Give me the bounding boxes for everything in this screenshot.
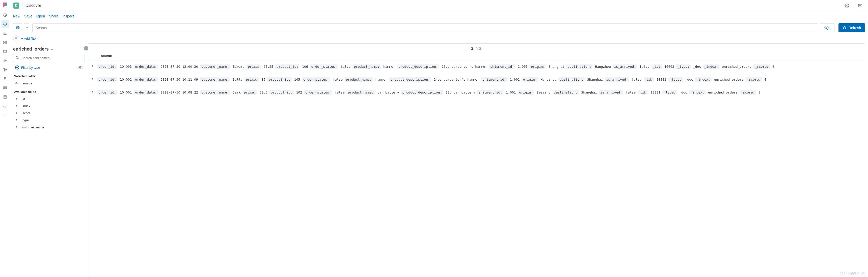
rail-visualize-icon[interactable] — [1, 29, 9, 37]
chevron-down-icon — [50, 48, 54, 51]
filter-type-icon — [15, 65, 19, 70]
available-fields-title: Available fields — [13, 87, 85, 95]
collapse-sidebar-icon[interactable]: ‹ — [84, 46, 88, 51]
app-header: D Discover — [10, 0, 868, 11]
filter-by-type-label: Filter by type — [21, 66, 40, 70]
app-badge: D — [13, 2, 19, 8]
filter-bar: + Add filter — [10, 34, 868, 44]
index-pattern-selector[interactable]: enriched_orders — [13, 44, 85, 54]
newsfeed-icon[interactable] — [855, 0, 865, 10]
field-name: _type — [21, 118, 29, 122]
field-item[interactable]: tcustomer_name — [13, 123, 85, 131]
rail-discover-icon[interactable] — [1, 20, 9, 28]
kibana-logo-icon[interactable] — [2, 2, 8, 8]
field-item[interactable]: #_score — [13, 109, 85, 116]
kql-toggle[interactable]: KQL — [820, 23, 834, 32]
svg-point-21 — [16, 56, 19, 59]
expand-row-icon[interactable] — [92, 89, 95, 94]
field-item[interactable]: t_id — [13, 95, 85, 102]
nav-open[interactable]: Open — [36, 14, 45, 18]
help-icon[interactable] — [842, 0, 852, 10]
hits-header: 3 hits — [88, 44, 865, 52]
svg-rect-12 — [3, 87, 6, 87]
field-type-icon: t — [14, 125, 19, 129]
svg-rect-5 — [5, 43, 6, 44]
svg-rect-13 — [3, 88, 6, 89]
rail-uptime-icon[interactable] — [1, 111, 9, 119]
field-item[interactable]: t_index — [13, 102, 85, 109]
svg-rect-6 — [3, 50, 6, 52]
svg-point-11 — [4, 77, 6, 79]
index-pattern-name: enriched_orders — [13, 47, 49, 52]
field-type-icon: # — [14, 111, 19, 115]
rail-logs-icon[interactable] — [1, 93, 9, 101]
refresh-button[interactable]: Refresh — [838, 23, 865, 32]
svg-rect-2 — [3, 41, 5, 42]
nav-save[interactable]: Save — [24, 14, 32, 18]
rail-recent-icon[interactable] — [1, 11, 9, 19]
saved-query-button[interactable] — [13, 23, 22, 32]
saved-query-dropdown[interactable] — [24, 23, 29, 32]
field-item[interactable]: </>_source — [13, 80, 85, 87]
doc-source: order_id: 10,001order_date: 2020-07-30 1… — [97, 89, 763, 96]
field-type-icon: t — [14, 118, 19, 122]
field-type-icon: t — [14, 97, 19, 101]
field-name: customer_name — [21, 126, 44, 129]
svg-point-17 — [845, 4, 849, 7]
rail-maps-icon[interactable] — [1, 57, 9, 65]
watermark: CSDN @愚笨的羊洋 — [840, 272, 865, 276]
svg-point-7 — [4, 60, 5, 61]
svg-rect-3 — [5, 41, 6, 42]
nav-rail — [0, 0, 10, 277]
results-panel: 3 hits _source order_id: 10,003order_dat… — [88, 44, 865, 277]
filter-count-badge: 0 — [78, 66, 83, 69]
field-name: _source — [21, 81, 32, 85]
field-type-icon: </> — [14, 81, 19, 85]
field-name: _score — [21, 111, 31, 115]
refresh-label: Refresh — [848, 26, 861, 30]
top-nav: New Save Open Share Inspect — [10, 11, 868, 21]
filter-by-type[interactable]: Filter by type 0 — [13, 64, 85, 71]
doc-source: order_id: 10,002order_date: 2020-07-30 1… — [97, 76, 768, 83]
add-filter-button[interactable]: + Add filter — [21, 37, 37, 40]
expand-row-icon[interactable] — [92, 63, 95, 68]
field-search-input[interactable] — [13, 54, 85, 62]
page-title: Discover — [26, 3, 41, 8]
divider — [22, 2, 23, 9]
table-row: order_id: 10,002order_date: 2020-07-30 1… — [88, 73, 865, 86]
field-item[interactable]: t_type — [13, 116, 85, 123]
column-header-source[interactable]: _source — [88, 52, 865, 60]
field-sidebar: ‹ enriched_orders Filter by type 0 Sel — [13, 44, 88, 277]
svg-point-18 — [846, 5, 848, 6]
filter-options-icon[interactable] — [13, 35, 19, 41]
doc-source: order_id: 10,003order_date: 2020-07-30 1… — [97, 63, 776, 70]
table-row: order_id: 10,003order_date: 2020-07-30 1… — [88, 60, 865, 73]
rail-canvas-icon[interactable] — [1, 48, 9, 56]
table-row: order_id: 10,001order_date: 2020-07-30 1… — [88, 86, 865, 99]
nav-share[interactable]: Share — [49, 14, 58, 18]
rail-graph-icon[interactable] — [1, 66, 9, 74]
field-search — [13, 54, 85, 62]
nav-new[interactable]: New — [13, 14, 20, 18]
svg-point-15 — [4, 88, 4, 88]
field-name: _id — [21, 97, 25, 101]
rail-infra-icon[interactable] — [1, 84, 9, 92]
rail-apm-icon[interactable] — [1, 102, 9, 110]
selected-fields-title: Selected fields — [13, 71, 85, 80]
nav-inspect[interactable]: Inspect — [63, 14, 74, 18]
hits-label: hits — [475, 46, 482, 51]
rail-dashboard-icon[interactable] — [1, 38, 9, 47]
hits-count: 3 — [471, 46, 473, 51]
svg-point-10 — [4, 70, 5, 71]
svg-point-8 — [3, 68, 4, 69]
rail-ml-icon[interactable] — [1, 75, 9, 83]
svg-rect-4 — [3, 43, 5, 44]
search-input[interactable] — [32, 23, 818, 32]
svg-rect-19 — [859, 4, 862, 7]
svg-rect-20 — [17, 27, 19, 29]
refresh-icon — [842, 26, 846, 30]
field-name: _index — [21, 104, 30, 108]
search-icon — [16, 56, 19, 60]
expand-row-icon[interactable] — [92, 76, 95, 81]
query-bar: KQL Refresh — [10, 21, 868, 34]
